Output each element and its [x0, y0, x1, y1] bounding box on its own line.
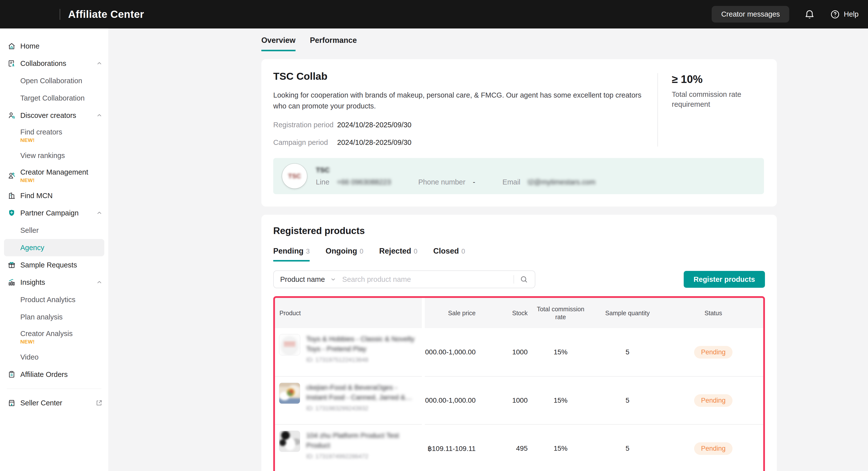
search-icon[interactable]	[520, 275, 528, 284]
product-search-bar: Product name	[273, 271, 535, 288]
chevron-up-icon[interactable]	[96, 210, 103, 216]
table-header-row: Product Sale price Stock Total commissio…	[275, 298, 763, 328]
search-filter-dropdown[interactable]: Product name	[280, 275, 342, 284]
notification-bell-icon[interactable]	[804, 9, 815, 20]
sidebar-item-insights[interactable]: Insights	[0, 274, 108, 291]
campaign-period-label: Campaign period	[273, 138, 337, 147]
register-products-button[interactable]: Register products	[684, 271, 765, 288]
sample-quantity: 5	[625, 397, 629, 404]
sidebar-item-affiliate-orders[interactable]: Affiliate Orders	[0, 366, 108, 383]
product-image	[279, 383, 300, 404]
table-row[interactable]: Toys & Hobbies - Classic & Novelty Toys …	[275, 328, 763, 376]
commission-rate: 15%	[554, 444, 567, 452]
sidebar-item-find-mcn[interactable]: Find MCN	[0, 187, 108, 204]
help-label: Help	[844, 10, 859, 18]
stock: 1000	[512, 397, 530, 404]
new-badge: NEW!	[20, 137, 108, 143]
sidebar-divider	[7, 388, 101, 389]
sidebar-item-creator-analysis[interactable]: Creator Analysis NEW!	[0, 326, 108, 348]
sidebar-item-video[interactable]: Video	[0, 348, 108, 366]
product-id: ID: 1731975122413848	[306, 356, 415, 363]
chevron-down-icon	[330, 276, 336, 283]
commission-rate: 15%	[554, 348, 567, 356]
sidebar-item-partner-campaign[interactable]: Partner Campaign	[0, 204, 108, 222]
product-id: ID: 1731983299243932	[306, 405, 415, 412]
help-icon	[830, 9, 840, 20]
main-area: Overview Performance TSC Collab Looking …	[108, 29, 868, 471]
sidebar-item-seller-center[interactable]: Seller Center	[0, 394, 108, 412]
top-bar: Affiliate Center Creator messages Help	[0, 0, 868, 29]
home-icon	[7, 42, 16, 50]
stock: 495	[516, 444, 530, 452]
collaborations-icon	[7, 59, 16, 68]
sale-price: ฿109.11-109.11	[428, 444, 477, 453]
sidebar-item-home[interactable]: Home	[0, 37, 108, 55]
sidebar-item-creator-management[interactable]: Creator Management NEW!	[0, 164, 108, 187]
sidebar-item-plan-analysis[interactable]: Plan analysis	[0, 308, 108, 326]
tab-overview[interactable]: Overview	[261, 36, 296, 51]
tab-ongoing[interactable]: Ongoing 0	[326, 247, 363, 261]
ongoing-count: 0	[360, 248, 363, 255]
sale-price: 000.00-1,000.00	[425, 348, 477, 356]
chevron-up-icon[interactable]	[96, 60, 103, 67]
tab-performance[interactable]: Performance	[310, 36, 357, 51]
product-name: Toys & Hobbies - Classic & Novelty Toys …	[306, 334, 415, 354]
stock: 1000	[512, 348, 530, 356]
sidebar-item-open-collaboration[interactable]: Open Collaboration	[0, 72, 108, 89]
affiliate-center-page: Affiliate Center Creator messages Help	[0, 0, 868, 471]
products-table: Product Sale price Stock Total commissio…	[273, 296, 765, 471]
sidebar-item-collaborations[interactable]: Collaborations	[0, 55, 108, 72]
agency-contact-box: TSC TSC Line +66 0963088223 Phone number…	[273, 158, 764, 194]
creator-messages-button[interactable]: Creator messages	[712, 6, 789, 23]
table-row[interactable]: ckejian-Food & BeveraOges - Instant Food…	[275, 376, 763, 424]
status-tabs: Pending 3 Ongoing 0 Rejected 0 Closed 0	[273, 247, 765, 261]
campaign-description: Looking for cooperation with brands of m…	[273, 90, 642, 112]
seller-center-icon	[7, 399, 16, 407]
sidebar-item-agency[interactable]: Agency	[4, 239, 104, 256]
closed-count: 0	[461, 248, 465, 255]
sidebar-item-find-creators[interactable]: Find creators NEW!	[0, 124, 108, 147]
registration-period-label: Registration period	[273, 121, 337, 129]
commission-requirement: ≥ 10% Total commission rate requirement	[657, 73, 764, 147]
chevron-up-icon[interactable]	[96, 112, 103, 119]
line-label: Line	[316, 178, 330, 186]
table-row[interactable]: 104 zhu Platform Product Test Product ID…	[275, 424, 763, 471]
sidebar-item-target-collaboration[interactable]: Target Collaboration	[0, 89, 108, 107]
header-status: Status	[705, 309, 722, 317]
insights-icon	[7, 278, 16, 286]
tab-pending[interactable]: Pending 3	[273, 247, 310, 261]
chevron-up-icon[interactable]	[96, 279, 103, 286]
header-stock: Stock	[512, 309, 530, 317]
tab-closed[interactable]: Closed 0	[433, 247, 465, 261]
status-badge: Pending	[694, 442, 733, 455]
header-sale-price: Sale price	[448, 309, 477, 317]
agency-name: TSC	[316, 166, 330, 174]
sidebar-item-sample-requests[interactable]: Sample Requests	[0, 256, 108, 274]
sidebar-item-discover-creators[interactable]: Discover creators	[0, 107, 108, 124]
search-divider	[514, 275, 514, 284]
campaign-card: TSC Collab Looking for cooperation with …	[261, 59, 777, 207]
new-badge: NEW!	[20, 339, 108, 345]
commission-rate: 15%	[554, 397, 567, 404]
logo-space	[0, 0, 60, 29]
sample-requests-icon	[7, 261, 16, 269]
commission-rate-caption: Total commission rate requirement	[672, 89, 746, 109]
sidebar-item-seller[interactable]: Seller	[0, 222, 108, 239]
sidebar-item-view-rankings[interactable]: View rankings	[0, 147, 108, 164]
agency-avatar: TSC	[282, 164, 307, 188]
header-product: Product	[275, 309, 301, 317]
search-input[interactable]	[342, 275, 514, 284]
discover-creators-icon	[7, 111, 16, 120]
line-value: +66 0963088223	[337, 178, 391, 186]
header-sample-quantity: Sample quantity	[605, 309, 650, 317]
help-menu[interactable]: Help	[830, 9, 859, 20]
product-image	[279, 334, 300, 355]
header-commission: Total commission rate	[532, 305, 589, 321]
product-image	[279, 431, 300, 452]
registered-products-card: Registered products Pending 3 Ongoing 0 …	[261, 215, 777, 471]
campaign-title: TSC Collab	[273, 70, 657, 82]
new-badge: NEW!	[20, 177, 88, 183]
phone-label: Phone number	[418, 178, 465, 186]
sidebar-item-product-analytics[interactable]: Product Analytics	[0, 291, 108, 308]
tab-rejected[interactable]: Rejected 0	[379, 247, 417, 261]
